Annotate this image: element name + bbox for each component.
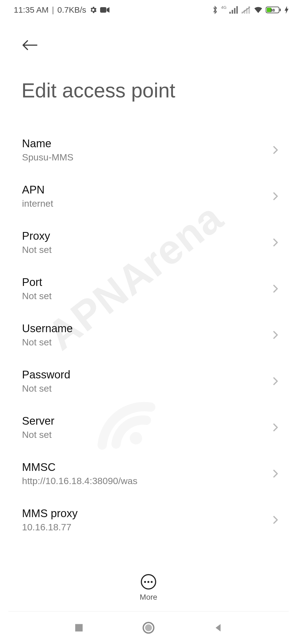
row-title: Password: [22, 369, 265, 381]
page-title: Edit access point: [21, 79, 286, 102]
row-proxy[interactable]: Proxy Not set: [0, 219, 297, 266]
more-label: More: [140, 593, 157, 602]
row-sub: http://10.16.18.4:38090/was: [22, 476, 265, 486]
row-server[interactable]: Server Not set: [0, 404, 297, 451]
row-title: Server: [22, 415, 265, 427]
signal-sim2-icon: [241, 6, 251, 14]
row-sub: Spusu-MMS: [22, 152, 265, 163]
svg-rect-1: [100, 7, 106, 13]
status-time: 11:35 AM: [14, 5, 49, 15]
more-button[interactable]: More: [140, 574, 157, 602]
svg-rect-5: [237, 6, 238, 13]
nav-back-button[interactable]: [210, 620, 226, 635]
row-mms-proxy[interactable]: MMS proxy 10.16.18.77: [0, 497, 297, 543]
row-sub: Not set: [22, 429, 265, 440]
row-title: Name: [22, 137, 265, 150]
chevron-right-icon: [271, 469, 280, 479]
wifi-icon: [254, 6, 263, 14]
row-name[interactable]: Name Spusu-MMS: [0, 127, 297, 173]
row-apn[interactable]: APN internet: [0, 173, 297, 219]
row-port[interactable]: Port Not set: [0, 266, 297, 312]
status-separator: |: [52, 5, 54, 15]
row-title: Port: [22, 276, 265, 288]
back-button[interactable]: [21, 36, 39, 54]
status-net-speed: 0.7KB/s: [57, 5, 86, 15]
more-dots-icon: [141, 574, 156, 590]
nav-recents-button[interactable]: [71, 620, 87, 635]
battery-icon: 38: [266, 6, 282, 14]
chevron-right-icon: [271, 515, 280, 525]
settings-list[interactable]: Name Spusu-MMS APN internet Proxy Not se…: [0, 127, 297, 543]
svg-rect-14: [75, 624, 82, 632]
row-sub: Not set: [22, 291, 265, 301]
row-title: APN: [22, 184, 265, 196]
network-type-label: 4G: [221, 5, 227, 9]
gear-icon: [89, 6, 97, 14]
chevron-right-icon: [271, 145, 280, 155]
row-sub: 10.16.18.77: [22, 522, 265, 533]
svg-rect-3: [232, 10, 233, 14]
chevron-right-icon: [271, 191, 280, 201]
chevron-right-icon: [271, 330, 280, 340]
row-title: MMS proxy: [22, 507, 265, 520]
system-nav-bar: [0, 612, 297, 644]
battery-pct-text: 38: [270, 8, 275, 12]
row-sub: Not set: [22, 383, 265, 394]
svg-rect-2: [229, 12, 231, 14]
row-mmsc[interactable]: MMSC http://10.16.18.4:38090/was: [0, 451, 297, 497]
chevron-right-icon: [271, 376, 280, 386]
row-password[interactable]: Password Not set: [0, 358, 297, 404]
chevron-right-icon: [271, 422, 280, 432]
row-title: Username: [22, 322, 265, 335]
status-bar: 11:35 AM | 0.7KB/s 4G 38: [0, 0, 297, 20]
svg-point-16: [145, 624, 152, 631]
signal-sim1-icon: [229, 6, 239, 14]
row-sub: internet: [22, 198, 265, 209]
chevron-right-icon: [271, 238, 280, 247]
row-sub: Not set: [22, 337, 265, 348]
bluetooth-icon: [212, 5, 218, 15]
row-sub: Not set: [22, 244, 265, 255]
row-title: Proxy: [22, 230, 265, 242]
row-title: MMSC: [22, 461, 265, 473]
camera-icon: [100, 7, 109, 13]
svg-rect-12: [280, 9, 281, 11]
charging-icon: [284, 6, 289, 14]
chevron-right-icon: [271, 284, 280, 294]
nav-home-button[interactable]: [141, 620, 156, 635]
svg-rect-4: [234, 8, 235, 13]
row-username[interactable]: Username Not set: [0, 312, 297, 358]
